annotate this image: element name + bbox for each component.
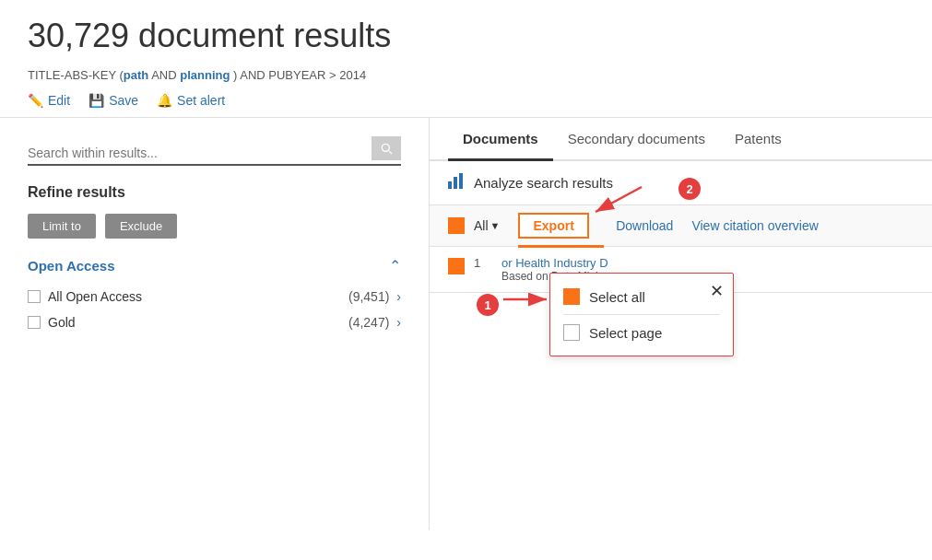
limit-to-button[interactable]: Limit to <box>28 214 96 239</box>
search-within-button[interactable] <box>372 136 401 160</box>
filter-gold[interactable]: Gold (4,247) › <box>28 309 401 335</box>
popup-divider <box>563 314 720 315</box>
svg-rect-0 <box>448 181 452 189</box>
bar-chart-icon <box>448 172 466 189</box>
query-keyword1: path <box>124 68 148 82</box>
action-links: ✏️ Edit 💾 Save 🔔 Set alert <box>28 93 904 108</box>
chart-icon <box>448 172 466 193</box>
popup-select-all-checkbox[interactable] <box>563 288 580 305</box>
edit-icon: ✏️ <box>28 93 43 108</box>
query-prefix: TITLE-ABS-KEY ( <box>28 68 124 82</box>
edit-link[interactable]: ✏️ Edit <box>28 93 70 108</box>
filter-checkbox-gold[interactable] <box>28 316 41 329</box>
chevron-down-icon: ▼ <box>490 220 501 231</box>
export-underline <box>518 245 603 248</box>
all-checkbox[interactable] <box>448 217 465 234</box>
sidebar: Refine results Limit to Exclude Open Acc… <box>0 117 429 530</box>
export-btn-wrapper: Export <box>518 213 603 239</box>
popup-select-all-label: Select all <box>589 289 645 305</box>
filter-count-all-open-access: (9,451) <box>348 289 389 304</box>
popup-select-page-item[interactable]: Select page <box>563 319 720 346</box>
result-title[interactable]: or Health Industry D <box>501 256 610 270</box>
content-area: Documents Secondary documents Patents An… <box>429 117 932 530</box>
tab-patents[interactable]: Patents <box>720 118 796 159</box>
search-within-container <box>28 136 401 166</box>
search-icon <box>379 141 394 156</box>
annotation-circle-1: 1 <box>477 294 499 316</box>
popup-close-button[interactable]: ✕ <box>710 281 724 301</box>
result-checkbox[interactable] <box>448 258 465 274</box>
filter-arrow-gold[interactable]: › <box>396 315 401 330</box>
filter-label-all-open-access: All Open Access <box>48 289 142 304</box>
annotation-arrow-1 <box>499 290 554 309</box>
query-and1: AND <box>148 68 180 82</box>
view-citation-link[interactable]: View citation overview <box>691 218 818 233</box>
tab-secondary-documents[interactable]: Secondary documents <box>553 118 720 159</box>
svg-rect-1 <box>454 177 457 189</box>
download-link[interactable]: Download <box>616 218 673 233</box>
svg-rect-2 <box>459 173 463 189</box>
query-keyword2: planning <box>180 68 230 82</box>
chevron-up-icon[interactable]: ⌃ <box>389 257 401 274</box>
open-access-title: Open Access <box>28 258 115 274</box>
filter-label-gold: Gold <box>48 315 76 330</box>
filter-all-open-access[interactable]: All Open Access (9,451) › <box>28 284 401 309</box>
tabs-bar: Documents Secondary documents Patents <box>430 118 932 161</box>
header-section: 30,729 document results TITLE-ABS-KEY (p… <box>0 0 932 117</box>
save-label: Save <box>109 93 138 108</box>
annotation-circle-2: 2 <box>678 178 701 200</box>
results-title: 30,729 document results <box>28 17 904 55</box>
main-layout: Refine results Limit to Exclude Open Acc… <box>0 117 932 530</box>
refine-title: Refine results <box>28 184 401 201</box>
filter-arrow-all-open-access[interactable]: › <box>396 289 401 304</box>
set-alert-link[interactable]: 🔔 Set alert <box>157 93 225 108</box>
tab-documents[interactable]: Documents <box>448 118 553 159</box>
popup-select-page-label: Select page <box>589 325 662 341</box>
popup-select-all-item[interactable]: Select all <box>563 283 720 310</box>
all-dropdown[interactable]: All ▼ <box>474 218 500 233</box>
analyze-label[interactable]: Analyze search results <box>474 175 613 191</box>
toolbar: All ▼ Export Download View citation over… <box>430 205 932 247</box>
result-number: 1 <box>474 256 492 270</box>
refine-buttons: Limit to Exclude <box>28 214 401 239</box>
query-suffix: ) AND PUBYEAR > 2014 <box>230 68 366 82</box>
search-within-input[interactable] <box>28 146 372 160</box>
alert-icon: 🔔 <box>157 93 172 108</box>
export-button[interactable]: Export <box>518 213 588 239</box>
filter-checkbox-all-open-access[interactable] <box>28 290 41 303</box>
select-dropdown-popup: ✕ Select all Select page 1 <box>549 273 734 356</box>
filter-count-gold: (4,247) <box>348 315 389 330</box>
set-alert-label: Set alert <box>177 93 225 108</box>
query-line: TITLE-ABS-KEY (path AND planning ) AND P… <box>28 68 904 82</box>
exclude-button[interactable]: Exclude <box>105 214 177 239</box>
all-label: All <box>474 218 489 233</box>
open-access-section-header: Open Access ⌃ <box>28 257 401 274</box>
edit-label: Edit <box>48 93 70 108</box>
popup-select-page-checkbox[interactable] <box>563 324 580 341</box>
save-link[interactable]: 💾 Save <box>88 93 138 108</box>
save-icon: 💾 <box>88 93 104 108</box>
checkbox-all-container <box>448 217 465 234</box>
